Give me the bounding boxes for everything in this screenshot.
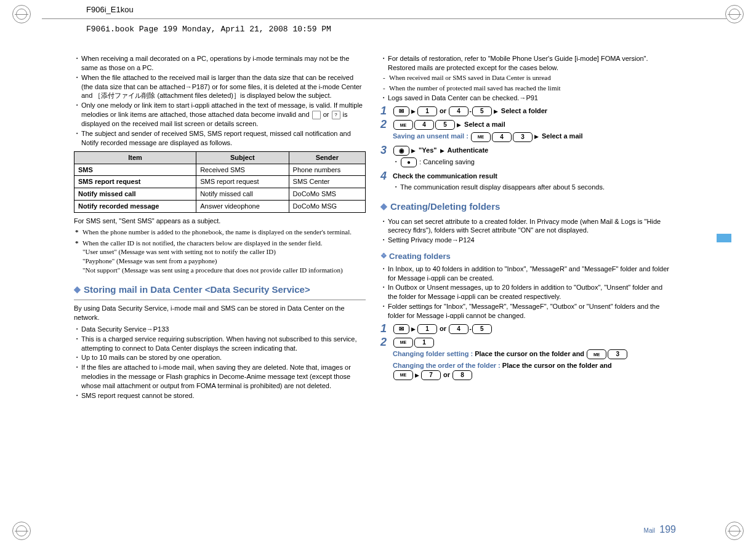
menu-key-icon — [393, 370, 413, 380]
key-1: 1 — [417, 324, 437, 334]
triangle-icon: ▶ — [494, 108, 498, 114]
note: When the caller ID is not notified, the … — [74, 239, 366, 275]
text: Authenticate — [448, 146, 489, 154]
cell: Phone numbers — [289, 164, 365, 176]
key-8: 8 — [452, 370, 472, 380]
center-key-icon: ● — [401, 157, 417, 167]
attachment-unknown-icon: ? — [332, 111, 340, 119]
page-number: Mail 199 — [644, 524, 676, 535]
step-number: 1 — [380, 323, 390, 334]
key-3: 3 — [513, 132, 533, 142]
page-body: When receiving a mail decorated on a PC,… — [74, 54, 672, 533]
th-item: Item — [74, 151, 196, 164]
cell: Answer videophone — [196, 201, 289, 213]
step-2: 2 45▶ Select a mail Saving an unsent mai… — [380, 119, 672, 141]
book-header: F906i.book Page 199 Monday, April 21, 20… — [86, 25, 331, 34]
list-item: In Outbox or Unsent messages, up to 20 f… — [380, 283, 672, 301]
step2-1: 1 ✉▶1 or 4-5 — [380, 323, 672, 334]
triangle-icon: ▶ — [415, 372, 419, 378]
list-item: When receiving a mail decorated on a PC,… — [74, 54, 366, 73]
page-num-value: 199 — [659, 524, 676, 535]
step-number: 2 — [380, 336, 390, 348]
key-5: 5 — [472, 324, 492, 334]
step-body: Check the communication result The commu… — [393, 170, 672, 193]
triangle-icon: ▶ — [411, 326, 416, 332]
list-item: ● : Canceling saving — [393, 157, 672, 167]
list-item: The subject and sender of received SMS, … — [74, 129, 366, 148]
cell: Notify recorded message — [74, 201, 196, 213]
step-body: ◉▶ "Yes" ▶ Authenticate ● : Canceling sa… — [393, 145, 672, 168]
table-row: SMS report requestSMS report requestSMS … — [74, 176, 366, 188]
bullet-list: Logs saved in Data Center can be checked… — [380, 93, 672, 103]
divider — [74, 300, 366, 300]
bullet-list: When receiving a mail decorated on a PC,… — [74, 54, 366, 148]
text: Select a mail — [542, 132, 583, 140]
table-row: SMSReceived SMSPhone numbers — [74, 164, 366, 176]
text: or — [440, 325, 448, 332]
key-7: 7 — [421, 370, 441, 380]
key-4: 4 — [492, 132, 512, 142]
note: When the phone number is added to the ph… — [74, 228, 366, 237]
text: When the file attached to the received m… — [81, 74, 362, 100]
right-column: For details of restoration, refer to "Mo… — [380, 54, 672, 533]
print-register-mark — [12, 5, 31, 23]
table-row: Notify recorded messageAnswer videophone… — [74, 201, 366, 213]
key-4: 4 — [414, 120, 434, 130]
cell: DoCoMo MSG — [289, 201, 365, 213]
text: Place the cursor on the folder and — [475, 350, 586, 357]
triangle-icon: ▶ — [411, 108, 416, 114]
text: Place the cursor on the folder and — [502, 362, 612, 369]
list-item: Data Security Service→P133 — [74, 325, 366, 334]
text: When receiving a mail decorated on a PC,… — [81, 55, 349, 71]
print-register-mark — [725, 5, 744, 23]
text: The subject and sender of received SMS, … — [81, 130, 351, 146]
text: Select a folder — [501, 107, 547, 114]
mail-key-icon: ✉ — [393, 106, 409, 116]
list-item: Setting Privacy mode→P124 — [380, 236, 672, 245]
list-item: For details of restoration, refer to "Mo… — [380, 54, 672, 73]
after-table-text: For SMS sent, "Sent SMS" appears as a su… — [74, 217, 366, 226]
header-rule — [42, 18, 726, 19]
print-register-mark — [12, 522, 31, 540]
hint-label: Changing folder setting : — [393, 350, 475, 357]
step-body: ✉▶1 or 4-5▶ Select a folder — [393, 105, 672, 116]
text: Select a mail — [464, 121, 505, 128]
key-1: 1 — [414, 338, 434, 348]
step-4: 4 Check the communication result The com… — [380, 170, 672, 193]
bullet-list: In Inbox, up to 40 folders in addition t… — [380, 265, 672, 320]
key-4: 4 — [449, 324, 468, 334]
text: or — [440, 107, 448, 114]
list-item: The communication result display disappe… — [393, 183, 672, 192]
left-column: When receiving a mail decorated on a PC,… — [74, 54, 366, 533]
bullet-list: Data Security Service→P133 This is a cha… — [74, 325, 366, 400]
key-5: 5 — [472, 106, 492, 116]
heading-storing-mail: Storing mail in Data Center <Data Securi… — [74, 284, 366, 296]
key-4: 4 — [449, 106, 468, 116]
mail-key-icon: ✉ — [393, 324, 409, 334]
list-item: SMS report request cannot be stored. — [74, 391, 366, 400]
attachment-icon — [312, 111, 321, 119]
heading-creating-deleting: Creating/Deleting folders — [380, 201, 672, 213]
step-3: 3 ◉▶ "Yes" ▶ Authenticate ● : Canceling … — [380, 145, 672, 168]
sms-table: Item Subject Sender SMSReceived SMSPhone… — [74, 151, 366, 213]
menu-key-icon — [471, 132, 491, 142]
cell: Notify missed call — [74, 188, 196, 201]
step-number: 4 — [380, 170, 390, 181]
step-number: 1 — [380, 105, 390, 116]
step2-2: 2 1 Changing folder setting : Place the … — [380, 336, 672, 380]
triangle-icon: ▶ — [411, 148, 416, 154]
list-item: If the files are attached to i-mode mail… — [74, 363, 366, 391]
text: or — [443, 371, 452, 378]
cell: Notify missed call — [196, 188, 289, 201]
key-3: 3 — [608, 349, 627, 359]
menu-key-icon — [587, 349, 606, 359]
list-item: In Inbox, up to 40 folders in addition t… — [380, 265, 672, 283]
cell: Received SMS — [196, 164, 289, 176]
menu-key-icon — [393, 120, 413, 130]
heading-creating-folders: Creating folders — [380, 251, 672, 262]
cell: SMS Center — [289, 176, 365, 188]
step-body: 45▶ Select a mail Saving an unsent mail … — [393, 119, 672, 141]
menu-key-icon — [393, 338, 413, 348]
sub-bullet-list: When received mail or SMS saved in Data … — [380, 73, 672, 93]
list-item: Up to 10 mails can be stored by one oper… — [74, 353, 366, 362]
